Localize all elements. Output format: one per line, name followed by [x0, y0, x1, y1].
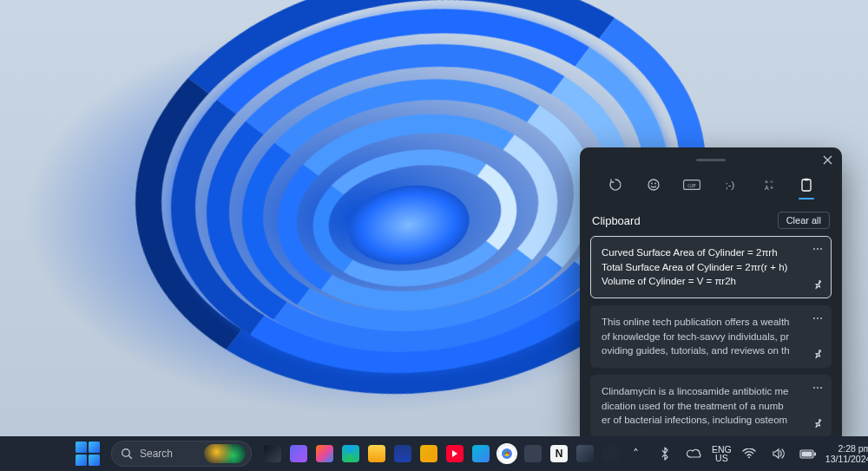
svg-rect-10 [805, 179, 809, 181]
clear-all-button[interactable]: Clear all [778, 212, 830, 229]
youtube-icon[interactable] [443, 442, 467, 466]
item-more-button[interactable]: ⋯ [810, 381, 825, 396]
clipboard-item-text: Volume of Cylinder = V = πr2h [602, 274, 806, 289]
item-more-button[interactable]: ⋯ [810, 242, 825, 258]
svg-text:Α: Α [765, 185, 769, 191]
svg-point-1 [651, 183, 653, 185]
clipboard-item-text: Total Surface Area of Cylinder = 2πr(r +… [602, 260, 806, 275]
clipboard-items-list: Curved Surface Area of Cylinder = 2πrhTo… [580, 236, 842, 437]
task-view-icon[interactable] [260, 442, 285, 466]
notion-icon[interactable]: N [547, 442, 571, 466]
item-pin-button[interactable] [810, 277, 825, 292]
clipboard-item[interactable]: Curved Surface Area of Cylinder = 2πrhTo… [590, 236, 832, 298]
emoji-tab[interactable] [644, 175, 663, 194]
svg-rect-15 [814, 452, 816, 455]
svg-point-13 [748, 456, 750, 458]
svg-point-0 [648, 180, 659, 190]
clipboard-item[interactable]: Clindamycin is a lincosamide antibiotic … [590, 375, 832, 437]
store-icon[interactable] [391, 442, 415, 466]
clipboard-tab[interactable] [797, 175, 816, 194]
clipboard-item-text: dication used for the treatment of a num… [602, 399, 806, 414]
svg-text:GIF: GIF [687, 183, 696, 188]
clipboard-item-text: of knowledge for tech-savvy individuals,… [602, 330, 806, 344]
photos-icon[interactable] [469, 442, 493, 466]
kaomoji-tab[interactable]: ;-) [720, 175, 740, 194]
taskbar-search[interactable]: Search [111, 441, 252, 467]
svg-text:×: × [765, 179, 768, 185]
taskbar: Search N ˄ ENG US 2:28 pm 13/11/2024 [0, 436, 868, 471]
panel-grip-bar[interactable] [580, 147, 842, 172]
recent-tab[interactable] [606, 175, 625, 194]
clipboard-item[interactable]: This online tech publication offers a we… [590, 305, 832, 368]
settings-icon[interactable] [573, 442, 597, 466]
app-icon-1[interactable] [521, 442, 545, 466]
sound-tray-icon[interactable] [766, 442, 791, 466]
item-pin-button[interactable] [810, 415, 825, 431]
panel-close-button[interactable] [818, 151, 837, 168]
svg-point-2 [654, 183, 656, 185]
search-highlight-icon [204, 444, 246, 463]
language-switch[interactable]: ENG US [712, 445, 732, 463]
taskbar-clock[interactable]: 2:28 pm 13/11/2024 [825, 443, 868, 464]
panel-section-title: Clipboard [592, 214, 641, 227]
start-button[interactable] [73, 439, 102, 468]
item-pin-button[interactable] [810, 346, 825, 362]
battery-tray-icon[interactable] [796, 442, 820, 466]
svg-rect-16 [801, 451, 812, 456]
clipboard-item-text: oviding guides, tutorials, and reviews o… [602, 343, 806, 358]
search-icon [121, 448, 133, 460]
onedrive-tray-icon[interactable] [682, 442, 707, 466]
edge-icon[interactable] [339, 442, 363, 466]
tray-overflow-button[interactable]: ˄ [623, 442, 648, 466]
chrome-icon[interactable] [495, 442, 519, 466]
svg-text:+: + [770, 185, 773, 191]
bluetooth-tray-icon[interactable] [653, 442, 677, 466]
search-placeholder: Search [140, 448, 173, 460]
wifi-tray-icon[interactable] [737, 442, 761, 466]
svg-text:÷: ÷ [770, 179, 773, 185]
item-more-button[interactable]: ⋯ [810, 311, 825, 327]
chat-icon[interactable] [286, 442, 311, 466]
clipboard-item-text: er of bacterial infections, including os… [602, 413, 806, 428]
svg-line-12 [128, 455, 131, 458]
symbols-tab[interactable]: ×÷Α+ [759, 175, 778, 194]
clipboard-item-text: This online tech publication offers a we… [602, 315, 806, 330]
widgets-icon[interactable] [312, 442, 337, 466]
app-generic-icon[interactable] [417, 442, 441, 466]
clipboard-item-text: Clindamycin is a lincosamide antibiotic … [602, 384, 806, 399]
clipboard-panel: GIF ;-) ×÷Α+ Clipboard Clear all Curved … [580, 147, 842, 448]
app-icon-2[interactable] [599, 442, 623, 466]
gif-tab[interactable]: GIF [682, 175, 701, 194]
clipboard-item-text: Curved Surface Area of Cylinder = 2πrh [602, 245, 806, 260]
svg-rect-9 [802, 180, 811, 191]
file-explorer-icon[interactable] [365, 442, 389, 466]
panel-tab-row: GIF ;-) ×÷Α+ [580, 172, 842, 200]
